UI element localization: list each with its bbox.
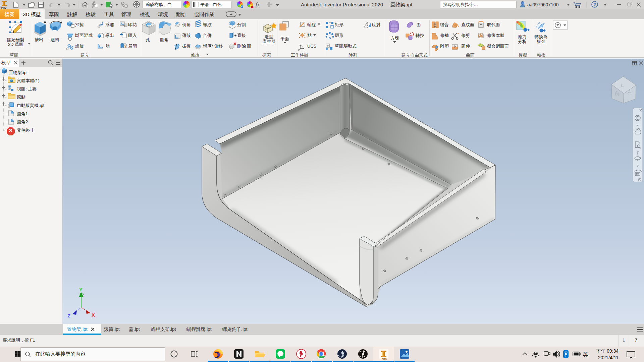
svg-text:Z: Z: [67, 313, 70, 318]
svg-text:PRO: PRO: [382, 358, 387, 360]
svg-text:?: ?: [593, 2, 596, 7]
svg-text:fx: fx: [256, 1, 260, 8]
svg-text:Y: Y: [79, 287, 83, 292]
svg-text:上: 上: [619, 82, 624, 88]
svg-text:PRO: PRO: [1, 7, 7, 9]
svg-text:前: 前: [615, 90, 620, 96]
svg-text:X: X: [92, 312, 95, 318]
svg-text:右: 右: [627, 89, 632, 95]
